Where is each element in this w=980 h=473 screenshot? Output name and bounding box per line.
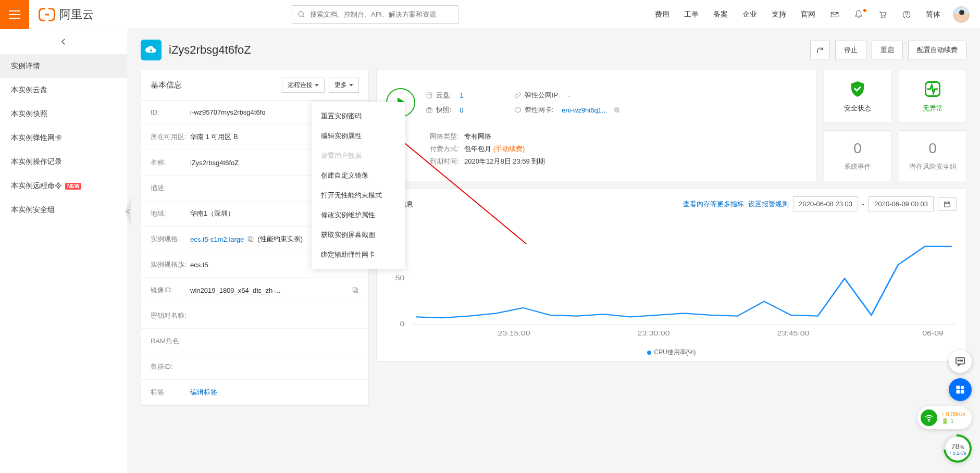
- svg-point-6: [884, 17, 885, 18]
- svg-point-18: [427, 93, 431, 95]
- sidebar-item-snapshots[interactable]: 本实例快照: [0, 102, 127, 126]
- auto-renew-button[interactable]: 配置自动续费: [908, 41, 966, 59]
- dd-perf-mode[interactable]: 打开无性能约束模式: [312, 185, 405, 205]
- row-ram: RAM角色:: [141, 329, 368, 354]
- button-label: 更多: [334, 81, 347, 90]
- sidebar: 实例详情 本实例云盘 本实例快照 本实例弹性网卡 本实例操作记录 本实例远程命令…: [0, 29, 127, 473]
- sidebar-collapse-handle[interactable]: [125, 196, 131, 227]
- edit-tag-link[interactable]: 编辑标签: [190, 388, 217, 397]
- nav-icp[interactable]: 备案: [706, 10, 735, 19]
- security-status-card[interactable]: 安全状态: [824, 70, 891, 123]
- info-label: 集群ID:: [151, 362, 190, 371]
- sidebar-item-disks[interactable]: 本实例云盘: [0, 78, 127, 102]
- x-tick: 23:30:00: [638, 330, 670, 337]
- svg-rect-21: [428, 107, 431, 108]
- sidebar-item-secgroup[interactable]: 本实例安全组: [0, 198, 127, 222]
- cpu-series-line: [416, 246, 952, 318]
- date-to[interactable]: 2020-06-09 00:03: [869, 196, 934, 211]
- dd-bind-eni[interactable]: 绑定辅助弹性网卡: [312, 245, 405, 265]
- info-label: 地域:: [151, 209, 190, 218]
- dd-maintenance[interactable]: 修改实例维护属性: [312, 205, 405, 225]
- sidebar-item-oplog[interactable]: 本实例操作记录: [0, 150, 127, 174]
- eni-icon: [514, 106, 522, 114]
- info-label: 实例规格:: [151, 234, 190, 244]
- calendar-button[interactable]: [938, 197, 957, 211]
- usage-widget[interactable]: 78% ↑ 0.1K/s: [944, 434, 972, 463]
- lang-switch[interactable]: 简体: [919, 10, 948, 19]
- nav-support[interactable]: 支持: [764, 10, 793, 19]
- svg-rect-38: [957, 390, 960, 394]
- date-from[interactable]: 2020-06-08 23:03: [793, 196, 858, 211]
- svg-rect-17: [353, 288, 356, 291]
- calendar-icon: [944, 201, 951, 208]
- cart-icon[interactable]: [871, 10, 895, 19]
- svg-point-20: [428, 109, 431, 111]
- stat-value: -: [568, 92, 570, 99]
- info-value: win2019_1809_x64_dtc_zh-...: [190, 287, 349, 294]
- copy-icon[interactable]: [352, 287, 359, 294]
- copy-icon[interactable]: [247, 235, 254, 243]
- sidebar-item-label: 本实例远程命令: [11, 181, 62, 191]
- stat-label: 弹性网卡:: [525, 105, 554, 115]
- monitor-panel: 监控信息 查看内存等更多指标 设置报警规则 2020-06-08 23:03 -…: [376, 189, 966, 362]
- brand-logo[interactable]: 阿里云: [39, 7, 94, 22]
- stat-label: 弹性公网IP:: [525, 91, 560, 100]
- row-tag: 标签:编辑标签: [141, 380, 368, 405]
- sidebar-item-eni[interactable]: 本实例弹性网卡: [0, 126, 127, 150]
- more-metrics-link[interactable]: 查看内存等更多指标: [683, 200, 744, 209]
- dd-reset-password[interactable]: 重置实例密码: [312, 106, 405, 126]
- anomaly-card[interactable]: 无异常: [899, 70, 966, 123]
- apps-fab[interactable]: [949, 378, 972, 401]
- new-badge: NEW: [65, 183, 81, 190]
- info-link[interactable]: ecs.t5-c1m2.large: [190, 235, 244, 243]
- cloud-icon: [145, 45, 157, 55]
- sidebar-back[interactable]: [0, 29, 127, 54]
- dd-screenshot[interactable]: 获取实例屏幕截图: [312, 225, 405, 245]
- page-title: iZys2rbsg4t6foZ: [169, 43, 251, 57]
- dd-edit-instance[interactable]: 编辑实例属性: [312, 126, 405, 146]
- date-sep: -: [862, 200, 864, 208]
- svg-point-34: [960, 360, 961, 361]
- sidebar-item-label: 本实例云盘: [11, 85, 47, 95]
- sidebar-item-remote-cmd[interactable]: 本实例远程命令NEW: [0, 174, 127, 198]
- chat-fab[interactable]: [949, 350, 972, 373]
- card-label: 系统事件: [844, 162, 871, 171]
- nav-fee[interactable]: 费用: [648, 10, 677, 19]
- user-avatar[interactable]: [953, 6, 970, 23]
- sidebar-item-label: 本实例操作记录: [11, 157, 62, 167]
- menu-toggle[interactable]: [0, 0, 29, 29]
- sidebar-item-instance-detail[interactable]: 实例详情: [0, 54, 127, 78]
- risk-sg-card[interactable]: 0 潜在风险安全组: [899, 130, 966, 181]
- dd-user-data: 设置用户数据: [312, 146, 405, 166]
- svg-point-33: [958, 360, 959, 361]
- svg-marker-22: [515, 107, 521, 113]
- refresh-button[interactable]: [810, 41, 830, 59]
- system-events-card[interactable]: 0 系统事件: [824, 130, 891, 181]
- bell-icon[interactable]: [847, 10, 871, 19]
- svg-rect-24: [615, 108, 618, 111]
- stop-button[interactable]: 停止: [835, 41, 866, 59]
- dd-create-image[interactable]: 创建自定义镜像: [312, 166, 405, 185]
- nav-ticket[interactable]: 工单: [677, 10, 706, 19]
- stat-link[interactable]: eni-wz9hi6q1...: [562, 106, 607, 114]
- copy-icon[interactable]: [614, 107, 620, 113]
- mail-icon[interactable]: [823, 10, 847, 19]
- stat-link[interactable]: 1: [460, 92, 463, 99]
- help-icon[interactable]: [895, 10, 919, 19]
- apps-icon: [955, 384, 965, 395]
- meta-label: 付费方式:: [421, 144, 459, 154]
- card-label: 安全状态: [844, 104, 871, 113]
- chat-icon: [954, 356, 966, 367]
- remote-connect-button[interactable]: 远程连接: [282, 78, 325, 93]
- y-tick: 0: [400, 320, 405, 328]
- network-widget[interactable]: ↕ 0.00K/s 🔋 1: [917, 406, 972, 429]
- global-search[interactable]: [292, 5, 458, 24]
- wifi-icon: [921, 409, 937, 426]
- nav-enterprise[interactable]: 企业: [735, 10, 764, 19]
- nav-official[interactable]: 官网: [793, 10, 823, 19]
- search-input[interactable]: [310, 10, 453, 18]
- alarm-rules-link[interactable]: 设置报警规则: [748, 200, 789, 209]
- more-button[interactable]: 更多: [329, 78, 359, 93]
- restart-button[interactable]: 重启: [872, 41, 903, 59]
- stat-link[interactable]: 0: [460, 106, 463, 114]
